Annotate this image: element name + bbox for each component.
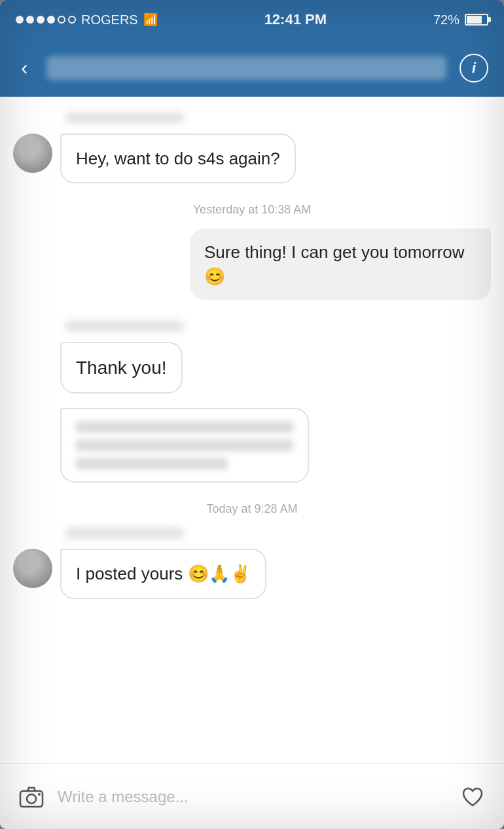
wifi-icon: 📶 <box>143 12 158 27</box>
nav-bar: ‹ i <box>0 39 504 97</box>
avatar-1 <box>13 134 52 173</box>
status-time: 12:41 PM <box>264 11 327 28</box>
battery-icon <box>465 14 488 26</box>
signal-dot-3 <box>37 16 45 24</box>
bubble-blurred <box>60 408 309 483</box>
avatar-2 <box>13 549 52 588</box>
nav-title-blurred <box>46 56 446 80</box>
username-blur-1 <box>65 113 183 123</box>
camera-icon[interactable] <box>16 781 47 813</box>
carrier-wifi: ROGERS 📶 <box>81 12 158 28</box>
timestamp-1: Yesterday at 10:38 AM <box>13 203 491 217</box>
signal-dot-5 <box>58 16 65 24</box>
phone-frame: ROGERS 📶 12:41 PM 72% ‹ i Hey, wan <box>0 0 504 829</box>
bubble-2: Sure thing! I can get you tomorrow 😊 <box>190 229 491 300</box>
signal-dot-2 <box>26 16 34 24</box>
blur-line-1 <box>76 421 293 433</box>
bubble-1: Hey, want to do s4s again? <box>60 134 296 183</box>
signal-dot-4 <box>47 16 55 24</box>
svg-point-1 <box>27 794 36 803</box>
username-blur-3 <box>65 528 183 538</box>
input-bar: Write a message... <box>0 764 504 829</box>
carrier-name: ROGERS <box>81 12 138 28</box>
bubble-5: I posted yours 😊🙏✌️ <box>60 549 266 599</box>
svg-point-2 <box>38 793 41 796</box>
chat-area: Hey, want to do s4s again? Yesterday at … <box>0 97 504 764</box>
blur-line-3 <box>76 458 228 470</box>
battery-fill <box>467 16 482 24</box>
back-button[interactable]: ‹ <box>16 50 33 85</box>
signal-dot-6 <box>68 16 76 24</box>
blur-line-2 <box>76 439 293 451</box>
signal-dot-1 <box>16 16 24 24</box>
info-button[interactable]: i <box>459 54 488 83</box>
info-icon: i <box>472 60 476 77</box>
timestamp-2: Today at 9:28 AM <box>13 502 491 516</box>
heart-icon[interactable] <box>457 781 488 813</box>
message-row-4 <box>13 408 491 483</box>
avatar-img-1 <box>13 134 52 173</box>
message-row-2: Sure thing! I can get you tomorrow 😊 <box>13 229 491 300</box>
status-right: 72% <box>433 12 488 28</box>
bubble-3: Thank you! <box>60 342 183 394</box>
battery-percent: 72% <box>433 12 459 28</box>
status-bar: ROGERS 📶 12:41 PM 72% <box>0 0 504 39</box>
username-blur-2 <box>65 321 183 331</box>
message-row-3: Thank you! <box>13 342 491 394</box>
message-row-1: Hey, want to do s4s again? <box>13 134 491 183</box>
avatar-img-2 <box>13 549 52 588</box>
message-row-5: I posted yours 😊🙏✌️ <box>13 549 491 599</box>
status-left: ROGERS 📶 <box>16 12 158 28</box>
message-input-placeholder[interactable]: Write a message... <box>58 788 446 806</box>
